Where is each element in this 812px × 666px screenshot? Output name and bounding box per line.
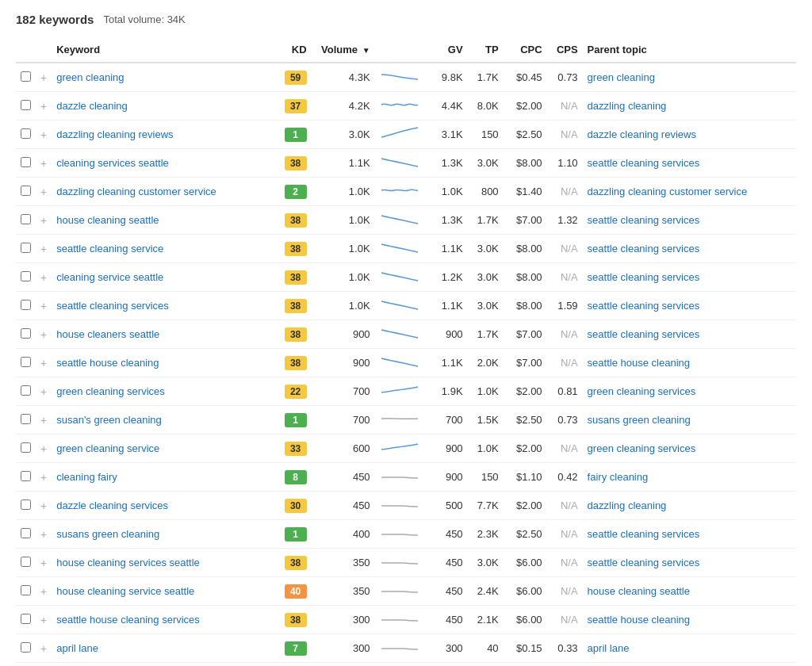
cpc-cell: $7.00: [504, 206, 547, 235]
keyword-link[interactable]: green cleaning: [56, 71, 124, 83]
parent-topic-link[interactable]: seattle cleaning services: [588, 328, 700, 340]
cps-cell: 1.10: [547, 149, 583, 178]
row-checkbox[interactable]: [21, 528, 31, 538]
keyword-link[interactable]: seattle house cleaning: [56, 357, 159, 369]
row-checkbox[interactable]: [21, 271, 31, 281]
trend-cell: [375, 178, 424, 206]
add-keyword-button[interactable]: +: [40, 157, 47, 170]
add-keyword-button[interactable]: +: [40, 642, 47, 655]
add-keyword-button[interactable]: +: [40, 71, 47, 84]
add-keyword-button[interactable]: +: [40, 557, 47, 569]
tp-cell: 1.7K: [468, 63, 504, 92]
parent-topic-link[interactable]: susans green cleaning: [588, 414, 691, 426]
parent-topic-link[interactable]: green cleaning: [588, 71, 655, 83]
parent-topic-link[interactable]: seattle cleaning services: [588, 528, 700, 540]
add-keyword-button[interactable]: +: [40, 528, 47, 541]
keyword-link[interactable]: cleaning services seattle: [56, 157, 169, 169]
cpc-cell: $0.45: [504, 63, 547, 92]
add-keyword-button[interactable]: +: [40, 328, 47, 341]
parent-topic-link[interactable]: seattle cleaning services: [588, 271, 700, 283]
keyword-link[interactable]: house cleaning seattle: [56, 214, 159, 226]
row-checkbox[interactable]: [21, 500, 31, 510]
parent-topic-link[interactable]: green cleaning services: [588, 385, 696, 397]
parent-topic-link[interactable]: seattle cleaning services: [588, 557, 700, 568]
add-keyword-button[interactable]: +: [40, 214, 47, 227]
keyword-link[interactable]: dazzling cleaning customer service: [56, 186, 216, 197]
volume-sort-icon: ▼: [362, 46, 370, 55]
row-checkbox[interactable]: [21, 414, 31, 424]
cpc-cell: $2.00: [504, 492, 547, 520]
keyword-link[interactable]: seattle cleaning services: [56, 300, 169, 312]
parent-topic-link[interactable]: dazzling cleaning: [588, 500, 667, 511]
add-keyword-button[interactable]: +: [40, 585, 47, 598]
add-keyword-button[interactable]: +: [40, 186, 47, 198]
gv-cell: 1.3K: [424, 149, 468, 178]
parent-topic-link[interactable]: dazzling cleaning: [588, 100, 667, 112]
row-checkbox[interactable]: [21, 214, 31, 224]
keyword-link[interactable]: cleaning fairy: [56, 471, 117, 483]
keyword-link[interactable]: susan's green cleaning: [56, 414, 162, 426]
add-keyword-button[interactable]: +: [40, 357, 47, 369]
add-keyword-button[interactable]: +: [40, 100, 47, 113]
row-checkbox[interactable]: [21, 585, 31, 595]
add-keyword-button[interactable]: +: [40, 414, 47, 427]
row-checkbox[interactable]: [21, 557, 31, 567]
cps-cell: 0.73: [547, 63, 583, 92]
add-keyword-button[interactable]: +: [40, 442, 47, 455]
keyword-link[interactable]: house cleaners seattle: [56, 328, 159, 340]
row-checkbox[interactable]: [21, 300, 31, 310]
row-checkbox[interactable]: [21, 642, 31, 653]
row-checkbox[interactable]: [21, 71, 31, 82]
add-keyword-button[interactable]: +: [40, 385, 47, 398]
row-checkbox[interactable]: [21, 243, 31, 253]
kd-badge: 40: [285, 584, 307, 599]
parent-topic-link[interactable]: seattle house cleaning: [588, 357, 690, 369]
keyword-link[interactable]: dazzling cleaning reviews: [56, 128, 173, 140]
row-checkbox[interactable]: [21, 128, 31, 139]
keyword-link[interactable]: cleaning service seattle: [56, 271, 163, 283]
add-keyword-button[interactable]: +: [40, 128, 47, 141]
volume-col-header[interactable]: Volume ▼: [312, 37, 375, 63]
cps-cell: N/A: [547, 606, 583, 634]
add-keyword-button[interactable]: +: [40, 471, 47, 484]
keyword-link[interactable]: susans green cleaning: [56, 528, 159, 540]
parent-topic-link[interactable]: dazzling cleaning customer service: [588, 186, 748, 197]
keyword-link[interactable]: house cleaning service seattle: [56, 585, 194, 597]
keyword-link[interactable]: dazzle cleaning services: [56, 500, 168, 511]
row-checkbox[interactable]: [21, 328, 31, 339]
keyword-link[interactable]: seattle house cleaning services: [56, 614, 200, 626]
tp-cell: 3.0K: [468, 549, 504, 577]
row-checkbox[interactable]: [21, 100, 31, 110]
volume-cell: 450: [312, 463, 375, 492]
trend-cell: [375, 292, 424, 320]
row-checkbox[interactable]: [21, 614, 31, 624]
parent-topic-link[interactable]: fairy cleaning: [588, 471, 649, 483]
keyword-link[interactable]: seattle cleaning service: [56, 243, 163, 255]
row-checkbox[interactable]: [21, 442, 31, 453]
volume-cell: 600: [312, 434, 375, 463]
row-checkbox[interactable]: [21, 385, 31, 396]
parent-topic-link[interactable]: seattle house cleaning: [588, 614, 690, 626]
parent-topic-link[interactable]: april lane: [588, 642, 630, 654]
row-checkbox[interactable]: [21, 471, 31, 481]
add-keyword-button[interactable]: +: [40, 243, 47, 255]
parent-topic-link[interactable]: dazzle cleaning reviews: [588, 128, 696, 140]
add-keyword-button[interactable]: +: [40, 500, 47, 512]
parent-topic-link[interactable]: seattle cleaning services: [588, 243, 700, 255]
row-checkbox[interactable]: [21, 157, 31, 167]
keyword-link[interactable]: april lane: [56, 642, 98, 654]
add-keyword-button[interactable]: +: [40, 300, 47, 312]
keyword-link[interactable]: green cleaning service: [56, 442, 159, 454]
keyword-link[interactable]: house cleaning services seattle: [56, 557, 200, 568]
add-keyword-button[interactable]: +: [40, 614, 47, 626]
row-checkbox[interactable]: [21, 186, 31, 196]
keyword-link[interactable]: green cleaning services: [56, 385, 165, 397]
row-checkbox[interactable]: [21, 357, 31, 367]
parent-topic-link[interactable]: seattle cleaning services: [588, 214, 700, 226]
parent-topic-link[interactable]: house cleaning seattle: [588, 585, 690, 597]
add-keyword-button[interactable]: +: [40, 271, 47, 284]
parent-topic-link[interactable]: green cleaning services: [588, 442, 696, 454]
keyword-link[interactable]: dazzle cleaning: [56, 100, 128, 112]
parent-topic-link[interactable]: seattle cleaning services: [588, 300, 700, 312]
parent-topic-link[interactable]: seattle cleaning services: [588, 157, 700, 169]
